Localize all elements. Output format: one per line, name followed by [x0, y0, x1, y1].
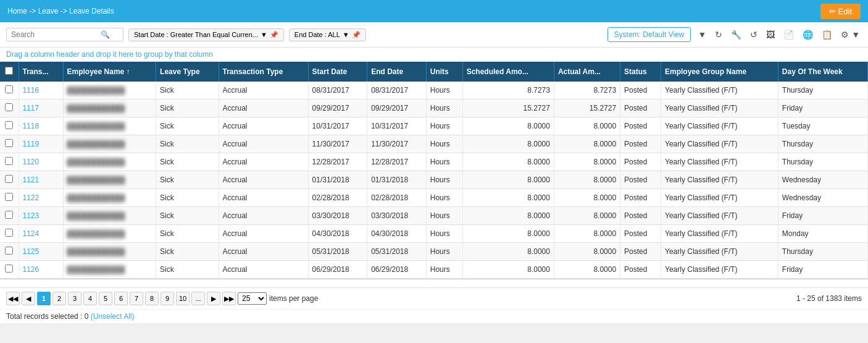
col-actual[interactable]: Actual Am... — [554, 62, 620, 82]
funnel-icon-btn[interactable]: ▼ — [696, 28, 708, 41]
page-number-btn[interactable]: 9 — [161, 292, 174, 305]
refresh2-icon-btn[interactable]: ↺ — [748, 28, 759, 41]
end-date-cell: 04/30/2018 — [367, 225, 427, 243]
actual-cell: 8.0000 — [554, 171, 620, 189]
row-checkbox-cell[interactable] — [0, 117, 19, 135]
page-number-btn[interactable]: 1 — [37, 292, 51, 305]
wrench-icon-btn[interactable]: 🔧 — [729, 28, 743, 41]
row-checkbox[interactable] — [5, 85, 13, 93]
toolbar: 🔍 Start Date : Greater Than Equal Curren… — [0, 22, 868, 48]
trans-link[interactable]: 1126 — [23, 265, 40, 274]
trans-link[interactable]: 1124 — [23, 229, 40, 238]
col-scheduled[interactable]: Scheduled Amo... — [462, 62, 554, 82]
trans-link[interactable]: 1120 — [23, 158, 40, 166]
row-checkbox-cell[interactable] — [0, 207, 19, 225]
page-number-btn[interactable]: 5 — [99, 292, 112, 305]
col-end-date[interactable]: End Date — [367, 62, 427, 82]
globe-icon-btn[interactable]: 🌐 — [801, 28, 815, 41]
first-page-btn[interactable]: ◀◀ — [6, 292, 20, 305]
employee-name-cell: ████████████ — [63, 117, 156, 135]
trans-link[interactable]: 1117 — [23, 104, 40, 112]
row-checkbox-cell[interactable] — [0, 189, 19, 207]
scheduled-cell: 8.0000 — [462, 135, 554, 153]
select-all-header[interactable] — [0, 62, 19, 82]
page-number-btn[interactable]: 4 — [83, 292, 97, 305]
units-cell: Hours — [426, 243, 462, 261]
status-cell: Posted — [620, 135, 661, 153]
next-page-btn[interactable]: ▶ — [207, 292, 220, 305]
trans-link[interactable]: 1125 — [23, 247, 40, 256]
row-checkbox-cell[interactable] — [0, 171, 19, 189]
row-checkbox[interactable] — [5, 175, 13, 183]
status-cell: Posted — [620, 225, 661, 243]
trans-link[interactable]: 1119 — [23, 140, 40, 148]
table-row: 1121 ████████████ Sick Accrual 01/31/201… — [0, 171, 868, 189]
col-day[interactable]: Day Of The Week — [778, 62, 867, 82]
trans-link[interactable]: 1123 — [23, 211, 40, 220]
page-number-btn[interactable]: 8 — [145, 292, 159, 305]
trans-link[interactable]: 1116 — [23, 86, 40, 95]
row-checkbox[interactable] — [5, 157, 13, 165]
row-checkbox-cell[interactable] — [0, 243, 19, 261]
prev-page-btn[interactable]: ◀ — [22, 292, 35, 305]
row-checkbox-cell[interactable] — [0, 225, 19, 243]
row-checkbox[interactable] — [5, 193, 13, 201]
row-checkbox[interactable] — [5, 265, 13, 273]
scheduled-cell: 15.2727 — [462, 100, 554, 117]
row-checkbox-cell[interactable] — [0, 82, 19, 100]
day-cell: Friday — [778, 261, 867, 279]
status-cell: Posted — [620, 171, 661, 189]
row-checkbox[interactable] — [5, 139, 13, 147]
image-icon-btn[interactable]: 🖼 — [764, 28, 777, 41]
horizontal-scrollbar[interactable] — [0, 279, 868, 287]
row-checkbox-cell[interactable] — [0, 153, 19, 171]
page-number-btn[interactable]: ... — [191, 292, 205, 305]
actual-cell: 8.7273 — [554, 82, 620, 100]
per-page-select[interactable]: 2550100 — [238, 292, 267, 305]
employee-name-cell: ████████████ — [63, 207, 156, 225]
refresh-icon-btn[interactable]: ↻ — [713, 28, 724, 41]
edit-button[interactable]: ✏ Edit — [820, 4, 861, 19]
select-all-checkbox[interactable] — [5, 67, 13, 75]
col-units[interactable]: Units — [426, 62, 462, 82]
end-date-filter[interactable]: End Date : ALL ▼ 📌 — [289, 28, 366, 41]
col-start-date[interactable]: Start Date — [308, 62, 367, 82]
employee-name-cell: ████████████ — [63, 82, 156, 100]
row-checkbox-cell[interactable] — [0, 261, 19, 279]
status-cell: Posted — [620, 243, 661, 261]
search-input[interactable] — [11, 30, 101, 39]
trans-link[interactable]: 1122 — [23, 193, 40, 202]
start-date-filter[interactable]: Start Date : Greater Than Equal Curren..… — [128, 28, 284, 41]
copy-icon-btn[interactable]: 📋 — [820, 28, 834, 41]
trans-link[interactable]: 1121 — [23, 176, 40, 184]
employee-group-cell: Yearly Classified (F/T) — [661, 100, 778, 117]
row-checkbox[interactable] — [5, 211, 13, 219]
page-number-btn[interactable]: 6 — [114, 292, 128, 305]
last-page-btn[interactable]: ▶▶ — [222, 292, 236, 305]
view-selector[interactable]: System: Default View — [607, 27, 691, 42]
row-checkbox[interactable] — [5, 103, 13, 111]
day-cell: Tuesday — [778, 117, 867, 135]
col-employee-group[interactable]: Employee Group Name — [661, 62, 778, 82]
row-checkbox[interactable] — [5, 247, 13, 255]
col-leave-type[interactable]: Leave Type — [156, 62, 219, 82]
row-checkbox-cell[interactable] — [0, 135, 19, 153]
page-number-btn[interactable]: 3 — [68, 292, 81, 305]
row-checkbox[interactable] — [5, 229, 13, 237]
page-number-btn[interactable]: 2 — [52, 292, 66, 305]
page-number-btn[interactable]: 10 — [176, 292, 190, 305]
gear-icon-btn[interactable]: ⚙ ▼ — [839, 28, 862, 41]
status-cell: Posted — [620, 117, 661, 135]
pdf-icon-btn[interactable]: 📄 — [782, 28, 796, 41]
col-employee-name[interactable]: Employee Name ↑ — [63, 62, 156, 82]
page-number-btn[interactable]: 7 — [130, 292, 143, 305]
col-trans[interactable]: Trans... — [19, 62, 63, 82]
row-checkbox[interactable] — [5, 121, 13, 129]
table-row: 1120 ████████████ Sick Accrual 12/28/201… — [0, 153, 868, 171]
unselect-all-link[interactable]: (Unselect All) — [91, 312, 135, 321]
col-status[interactable]: Status — [620, 62, 661, 82]
trans-link[interactable]: 1118 — [23, 122, 40, 130]
col-transaction-type[interactable]: Transaction Type — [219, 62, 308, 82]
row-checkbox-cell[interactable] — [0, 100, 19, 117]
trans-type-cell: Accrual — [219, 153, 308, 171]
